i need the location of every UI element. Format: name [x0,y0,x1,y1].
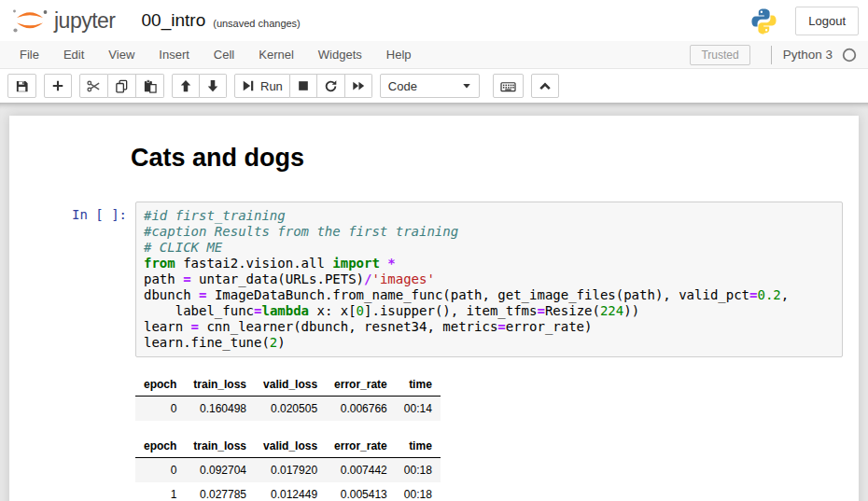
menu-item-kernel[interactable]: Kernel [246,42,306,67]
menu-item-view[interactable]: View [96,42,147,67]
code-cell[interactable]: In [ ]: #id first_training#caption Resul… [9,197,859,362]
column-header: valid_loss [255,435,326,458]
copy-cells-button[interactable] [108,74,136,98]
jupyter-logo[interactable]: jupyter [9,5,116,36]
markdown-heading: Cats and dogs [131,144,847,173]
dataframe-table: epochtrain_lossvalid_losserror_ratetime0… [135,373,441,421]
copy-icon [115,79,129,93]
dataframe-table: epochtrain_lossvalid_losserror_ratetime0… [135,435,441,501]
column-header: time [396,373,441,397]
save-button[interactable] [7,74,36,98]
scroll-to-top-button[interactable] [531,74,559,98]
cell-type-value: Code [388,79,417,93]
checkpoint-status: (unsaved changes) [213,18,301,29]
table-cell: 0.007442 [326,458,396,483]
training-results-table-2: epochtrain_lossvalid_losserror_ratetime0… [135,435,859,501]
table-cell: 0.160498 [185,397,255,422]
table-cell: 1 [135,482,185,501]
run-button-label: Run [260,79,283,93]
dropdown-caret-icon [462,81,471,90]
divider [771,46,772,64]
toolbar: Run Code [0,69,868,103]
logout-button[interactable]: Logout [795,7,859,35]
add-cell-icon [51,79,64,92]
code-line: #id first_training [144,208,834,224]
table-row: 00.1604980.0205050.00676600:14 [135,397,441,422]
trusted-badge: Trusted [690,45,749,65]
cell-type-dropdown[interactable]: Code [380,74,480,98]
jupyter-logo-text: jupyter [54,8,116,34]
restart-run-all-icon [352,79,365,92]
python-logo-icon [749,7,778,35]
move-down-icon [206,79,219,92]
paste-icon [143,79,157,93]
chevron-up-icon [539,79,552,92]
table-cell: 0.006766 [326,397,396,422]
menu-item-file[interactable]: File [7,42,51,67]
menu-item-cell[interactable]: Cell [202,42,246,67]
table-cell: 0.012449 [255,482,326,501]
table-cell: 0.017920 [255,458,326,483]
stop-icon [297,79,310,92]
notebook-title[interactable]: 00_intro [142,10,206,31]
run-cell-button[interactable]: Run [234,74,290,98]
move-cell-down-button[interactable] [200,74,227,98]
code-line: #caption Results from the first training [144,224,834,240]
training-results-table-1: epochtrain_lossvalid_losserror_ratetime0… [135,373,859,421]
code-line: from fastai2.vision.all import * [144,256,834,271]
column-header: valid_loss [255,373,326,397]
table-row: 00.0927040.0179200.00744200:18 [135,458,441,483]
column-header: epoch [135,435,185,458]
table-cell: 00:18 [396,458,441,483]
code-line: path = untar_data(URLs.PETS)/'images' [144,271,834,287]
save-icon [15,79,29,93]
table-row: 10.0277850.0124490.00541300:18 [135,482,441,501]
code-line: # CLICK ME [144,240,834,256]
keyboard-icon [500,79,516,93]
code-editor[interactable]: #id first_training#caption Results from … [135,202,843,357]
kernel-name: Python 3 [783,48,833,62]
menu-bar: File Edit View Insert Cell Kernel Widget… [0,41,868,69]
table-cell: 0.005413 [326,482,396,501]
notebook-header: jupyter 00_intro (unsaved changes) Logou… [0,0,868,41]
menu-item-widgets[interactable]: Widgets [306,42,374,67]
table-cell: 0 [135,397,185,422]
move-cell-up-button[interactable] [172,74,200,98]
column-header: time [396,435,441,458]
cut-cells-button[interactable] [79,74,108,98]
column-header: train_loss [185,435,255,458]
column-header: train_loss [185,373,255,397]
restart-run-all-button[interactable] [345,74,372,98]
move-up-icon [179,79,192,92]
table-cell: 0 [135,458,185,483]
input-prompt: In [ ]: [14,202,135,357]
output-area: epochtrain_lossvalid_losserror_ratetime0… [135,373,859,501]
code-line: dbunch = ImageDataBunch.from_name_func(p… [144,287,834,303]
menu-item-insert[interactable]: Insert [147,42,202,67]
code-line: learn = cnn_learner(dbunch, resnet34, me… [144,319,834,335]
run-icon [242,79,255,92]
table-cell: 0.027785 [185,482,255,501]
restart-kernel-button[interactable] [317,74,345,98]
code-line: learn.fine_tune(2) [144,335,834,351]
menu-item-edit[interactable]: Edit [51,42,96,67]
notebook-container: Cats and dogs In [ ]: #id first_training… [9,116,859,501]
restart-icon [324,79,338,93]
table-cell: 0.020505 [255,397,326,422]
column-header: error_rate [326,435,396,458]
jupyter-planet-icon [9,5,50,36]
notebook-site: Cats and dogs In [ ]: #id first_training… [0,103,868,501]
column-header: epoch [135,373,185,397]
cut-icon [87,79,101,93]
kernel-idle-icon [842,48,857,63]
code-line: label_func=lambda x: x[0].isupper(), ite… [144,303,834,319]
column-header: error_rate [326,373,396,397]
table-cell: 0.092704 [185,458,255,483]
paste-cells-button[interactable] [136,74,164,98]
insert-cell-below-button[interactable] [44,74,72,98]
interrupt-kernel-button[interactable] [290,74,317,98]
command-palette-button[interactable] [493,74,524,98]
menu-item-help[interactable]: Help [374,42,424,67]
table-cell: 00:18 [396,482,441,501]
table-cell: 00:14 [396,397,441,422]
